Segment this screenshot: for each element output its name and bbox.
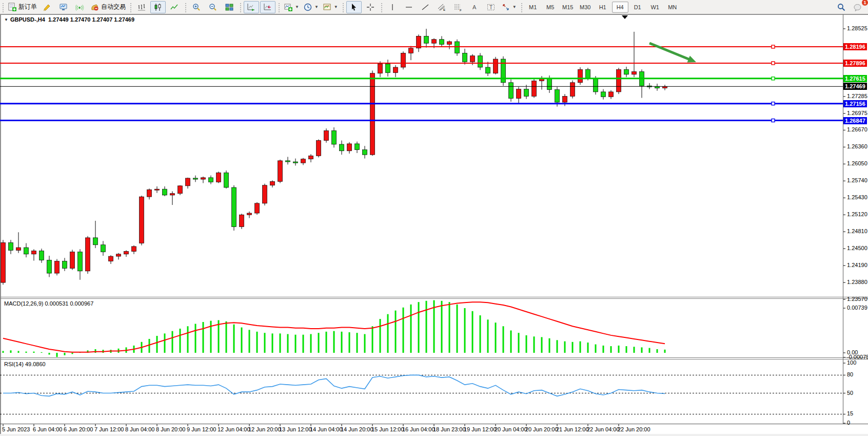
time-axis-label: 21 Jun 12:00 bbox=[556, 426, 589, 432]
auto-trading-button[interactable]: 自动交易 bbox=[89, 1, 127, 13]
channel-icon: E bbox=[437, 3, 446, 12]
timeframe-button-m1[interactable]: M1 bbox=[525, 2, 541, 13]
horizontal-line-button[interactable] bbox=[401, 1, 417, 13]
templates-button[interactable]: ▼ bbox=[321, 1, 340, 13]
time-axis-label: 6 Jun 20:00 bbox=[64, 426, 93, 432]
cursor-icon bbox=[350, 3, 358, 11]
toolbar-grip[interactable] bbox=[239, 2, 242, 12]
rsi-panel-label: RSI(14) 49.0860 bbox=[4, 361, 46, 367]
notifications-button[interactable]: 1 bbox=[850, 1, 865, 13]
macd-label: MACD(12,26,9) bbox=[4, 300, 43, 307]
candlestick-chart-button[interactable] bbox=[150, 1, 166, 13]
macd-axis-label: 0.00739 bbox=[847, 305, 867, 311]
text-button[interactable]: A bbox=[467, 1, 482, 13]
toolbar-grip[interactable] bbox=[129, 2, 132, 12]
price-axis-label: 1.25120 bbox=[847, 211, 867, 217]
toolbar-grip[interactable] bbox=[278, 2, 280, 12]
time-axis-label: 6 Jun 04:00 bbox=[33, 426, 63, 432]
panel-separator[interactable] bbox=[0, 298, 868, 299]
bar-chart-button[interactable] bbox=[134, 1, 149, 13]
equidistant-channel-button[interactable]: E bbox=[434, 1, 449, 13]
timeframe-button-mn[interactable]: MN bbox=[664, 2, 681, 13]
svg-text:F: F bbox=[460, 9, 462, 12]
price-axis-label: 1.25740 bbox=[847, 177, 867, 183]
dropdown-caret-icon: ▼ bbox=[512, 5, 517, 9]
arrows-button[interactable]: ▼ bbox=[500, 1, 518, 13]
cursor-button[interactable] bbox=[346, 1, 362, 13]
toolbar-grip[interactable] bbox=[342, 2, 344, 12]
styler-button[interactable] bbox=[40, 1, 55, 13]
time-axis-label: 19 Jun 12:00 bbox=[464, 426, 497, 432]
toolbar-grip[interactable] bbox=[2, 2, 4, 12]
time-axis-label: 8 Jun 20:00 bbox=[156, 426, 186, 432]
vertical-line-button[interactable] bbox=[385, 1, 400, 13]
toolbar-grip[interactable] bbox=[520, 2, 523, 12]
svg-text:T: T bbox=[489, 4, 492, 10]
timeframe-button-h4[interactable]: H4 bbox=[612, 2, 628, 13]
new-order-button[interactable]: 新订单 bbox=[6, 1, 38, 13]
indicators-button[interactable]: ▼ bbox=[282, 1, 301, 13]
zoom-out-button[interactable] bbox=[205, 1, 221, 13]
price-axis-label: 1.26050 bbox=[847, 160, 867, 166]
price-axis-label: 1.26975 bbox=[847, 110, 867, 116]
panel-separator[interactable] bbox=[0, 357, 868, 358]
toolbar-grip[interactable] bbox=[380, 2, 383, 12]
timeframe-button-d1[interactable]: D1 bbox=[629, 2, 646, 13]
chart-window[interactable] bbox=[0, 14, 868, 436]
vertical-line-icon bbox=[388, 3, 397, 11]
signals-button[interactable] bbox=[72, 1, 88, 13]
template-icon bbox=[323, 3, 332, 12]
search-icon bbox=[837, 3, 846, 12]
text-label-button[interactable]: T bbox=[483, 1, 499, 13]
periods-button[interactable]: ▼ bbox=[302, 1, 320, 13]
time-axis-label: 22 Jun 04:00 bbox=[587, 426, 620, 432]
timeframe-button-h1[interactable]: H1 bbox=[595, 2, 611, 13]
time-axis-border bbox=[0, 424, 868, 424]
toolbar: 新订单 bbox=[0, 0, 868, 14]
panel-separator[interactable] bbox=[0, 297, 868, 297]
macd-values: 0.000531 0.000967 bbox=[45, 300, 93, 307]
price-axis-label: 1.27285 bbox=[847, 93, 867, 99]
svg-text:A: A bbox=[472, 4, 477, 10]
chat-icon bbox=[853, 3, 862, 12]
crosshair-icon bbox=[366, 3, 374, 11]
price-axis-label: 1.26360 bbox=[847, 143, 867, 149]
macd-panel-label: MACD(12,26,9) 0.000531 0.000967 bbox=[4, 300, 93, 307]
chart-title: ▼GBPUSD-,H4 1.27449 1.27470 1.27407 1.27… bbox=[4, 16, 134, 23]
panel-separator[interactable] bbox=[0, 359, 868, 359]
auto-scroll-icon bbox=[247, 3, 256, 12]
timeframe-button-m5[interactable]: M5 bbox=[542, 2, 559, 13]
mt4-application: 新订单 bbox=[0, 0, 868, 436]
crosshair-button[interactable] bbox=[363, 1, 378, 13]
price-axis-label: 1.24810 bbox=[847, 228, 867, 234]
new-order-label: 新订单 bbox=[18, 3, 37, 11]
search-button[interactable] bbox=[834, 1, 849, 13]
time-axis-label: 8 Jun 04:00 bbox=[125, 426, 155, 432]
line-chart-button[interactable] bbox=[167, 1, 182, 13]
market-watch-button[interactable] bbox=[56, 1, 71, 13]
time-axis-label: 9 Jun 12:00 bbox=[187, 426, 216, 432]
chart-shift-icon bbox=[263, 3, 272, 12]
price-level-badge: 1.26847 bbox=[843, 117, 867, 124]
price-level-badge: 1.27896 bbox=[843, 60, 867, 67]
auto-trading-label: 自动交易 bbox=[101, 3, 126, 11]
rsi-axis-label: 80 bbox=[847, 371, 853, 377]
auto-trading-icon bbox=[90, 3, 100, 12]
rsi-axis-label: 15 bbox=[847, 410, 853, 416]
toolbar-grip[interactable] bbox=[184, 2, 187, 12]
trendline-button[interactable] bbox=[418, 1, 433, 13]
chart-symbol-period: GBPUSD-,H4 bbox=[10, 16, 45, 23]
price-level-badge: 1.28196 bbox=[843, 43, 867, 50]
chart-shift-button[interactable] bbox=[260, 1, 275, 13]
price-axis-label: 1.28525 bbox=[847, 25, 867, 31]
zoom-in-button[interactable] bbox=[189, 1, 204, 13]
zoom-in-icon bbox=[192, 3, 201, 12]
timeframe-button-m15[interactable]: M15 bbox=[560, 2, 576, 13]
fibonacci-button[interactable]: F bbox=[450, 1, 466, 13]
time-axis-label: 14 Jun 20:00 bbox=[341, 426, 373, 432]
tile-windows-button[interactable] bbox=[222, 1, 237, 13]
timeframe-button-m30[interactable]: M30 bbox=[577, 2, 594, 13]
price-axis-label: 1.23880 bbox=[847, 279, 867, 285]
auto-scroll-button[interactable] bbox=[244, 1, 259, 13]
timeframe-button-w1[interactable]: W1 bbox=[647, 2, 663, 13]
